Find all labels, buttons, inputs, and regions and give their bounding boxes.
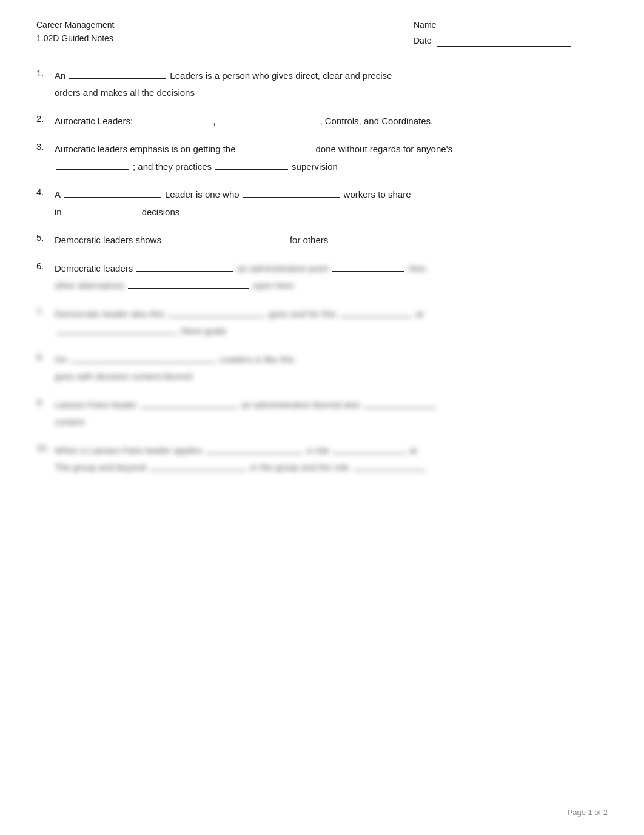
date-blank[interactable]: [437, 36, 571, 47]
q10-blurred-text3: at: [409, 442, 417, 460]
q3-blank1[interactable]: [240, 141, 312, 152]
q6-line2: other alternatives open here: [55, 277, 608, 295]
q7-blurred-text2: goes and for this: [269, 306, 336, 323]
q4-text-a: A: [55, 186, 61, 204]
page-header: Career Management 1.02D Guided Notes Nam…: [36, 18, 608, 50]
q4-text-decisions: decisions: [142, 204, 180, 221]
q10-line1: When a Laissez-Faire leader applies a ro…: [55, 442, 608, 460]
question-8: 8. On Leaders is like this goes with dec…: [36, 351, 608, 386]
date-label: Date: [414, 34, 432, 47]
q3-blank2[interactable]: [56, 159, 129, 170]
q7-number: 7.: [36, 306, 55, 317]
q10-blurred-text4: The group and beyond: [55, 459, 146, 477]
page-number: Page 1 of 2: [568, 808, 608, 817]
q2-blank2[interactable]: [219, 113, 316, 124]
q4-blank3[interactable]: [65, 204, 138, 215]
q1-text-rest: Leaders is a person who gives direct, cl…: [170, 67, 392, 85]
q4-text-in: in: [55, 204, 62, 221]
q3-text-supervision: supervision: [292, 158, 338, 176]
q9-blank2[interactable]: [364, 397, 437, 408]
q6-text-democratic: Democratic leaders: [55, 260, 133, 278]
q4-number: 4.: [36, 186, 55, 197]
q2-number: 2.: [36, 113, 55, 124]
date-line: Date: [414, 34, 608, 47]
q5-number: 5.: [36, 232, 55, 243]
question-10: 10. When a Laissez-Faire leader applies …: [36, 442, 608, 477]
q10-number: 10.: [36, 442, 55, 453]
q5-content: Democratic leaders shows for others: [55, 232, 608, 249]
name-blank[interactable]: [441, 19, 575, 30]
q8-blurred-text1: On: [55, 351, 67, 369]
q8-line1: On Leaders is like this: [55, 351, 608, 369]
q2-text-end: , Controls, and Coordinates.: [320, 113, 433, 130]
q7-blank2[interactable]: [340, 306, 412, 317]
q4-content: A Leader is one who workers to share in …: [55, 186, 608, 221]
q6-blurred-3: other alternatives: [55, 277, 124, 295]
q10-blank1[interactable]: [206, 443, 303, 454]
q1-line2: orders and makes all the decisions: [55, 84, 608, 102]
q10-blank4[interactable]: [353, 460, 426, 471]
q10-content: When a Laissez-Faire leader applies a ro…: [55, 442, 608, 477]
q10-blurred-text5: in the group and the role: [250, 459, 349, 477]
name-label: Name: [414, 18, 436, 32]
q3-text-part3: ; and they practices: [133, 158, 212, 176]
q9-line1: Laissez-Faire leader an administrative b…: [55, 397, 608, 414]
header-left: Career Management 1.02D Guided Notes: [36, 18, 114, 50]
question-4: 4. A Leader is one who workers to share …: [36, 186, 608, 221]
q10-line2: The group and beyond in the group and th…: [55, 459, 608, 477]
q3-number: 3.: [36, 141, 55, 152]
q5-blank1[interactable]: [165, 232, 286, 243]
q8-content: On Leaders is like this goes with decisi…: [55, 351, 608, 386]
q10-blurred-text2: a role: [306, 442, 329, 460]
q5-line1: Democratic leaders shows for others: [55, 232, 608, 249]
q3-line2: ; and they practices supervision: [55, 158, 608, 176]
q4-line2: in decisions: [55, 204, 608, 221]
q2-text-autocratic: Autocratic Leaders:: [55, 113, 133, 130]
q8-line2: goes with decision content blurred: [55, 368, 608, 386]
q7-blurred-text4: More goals: [181, 323, 226, 340]
q6-blank1[interactable]: [136, 261, 233, 272]
q1-number: 1.: [36, 67, 55, 78]
q3-blank3[interactable]: [215, 159, 288, 170]
q9-blurred-text2: an administrative blurred also: [241, 397, 360, 414]
q4-blank1[interactable]: [64, 187, 161, 198]
q4-text-leader: Leader is one who: [165, 186, 240, 204]
questions-list: 1. An Leaders is a person who gives dire…: [36, 67, 608, 477]
course-title: Career Management: [36, 18, 114, 32]
q9-blurred-text3: content: [55, 414, 84, 431]
q7-blurred-text3: at: [416, 306, 424, 323]
q9-blurred-text1: Laissez-Faire leader: [55, 397, 137, 414]
q2-comma: ,: [213, 113, 215, 130]
q10-blank2[interactable]: [333, 443, 406, 454]
q7-line2: More goals: [55, 323, 608, 340]
q3-text-part2: done without regards for anyone's: [316, 141, 453, 158]
q7-blank1[interactable]: [168, 306, 265, 317]
q4-blank2[interactable]: [243, 187, 340, 198]
q4-line1: A Leader is one who workers to share: [55, 186, 608, 204]
q1-content: An Leaders is a person who gives direct,…: [55, 67, 608, 102]
q3-text-part1: Autocratic leaders emphasis is on gettin…: [55, 141, 236, 158]
q8-blurred-text3: goes with decision content blurred: [55, 368, 192, 386]
q1-text-an: An: [55, 67, 65, 85]
q6-blurred-4: open here: [253, 277, 294, 295]
document-title: 1.02D Guided Notes: [36, 32, 114, 45]
q9-blank1[interactable]: [141, 397, 238, 408]
q5-text-end: for others: [290, 232, 328, 249]
name-line: Name: [414, 18, 608, 32]
q8-blurred-text2: Leaders is like this: [220, 351, 294, 369]
q6-blank3[interactable]: [128, 278, 249, 289]
q2-content: Autocratic Leaders: , , Controls, and Co…: [55, 113, 608, 130]
q10-blank3[interactable]: [150, 460, 247, 471]
q6-blank2[interactable]: [332, 261, 404, 272]
q6-blurred-1: an administrative point: [237, 260, 328, 278]
q7-blank3[interactable]: [56, 323, 178, 334]
q4-text-workers: workers to share: [344, 186, 411, 204]
q8-number: 8.: [36, 351, 55, 362]
q3-line1: Autocratic leaders emphasis is on gettin…: [55, 141, 608, 158]
q8-blank1[interactable]: [70, 352, 216, 363]
q2-blank1[interactable]: [136, 113, 209, 124]
q9-content: Laissez-Faire leader an administrative b…: [55, 397, 608, 431]
q6-line1: Democratic leaders an administrative poi…: [55, 260, 608, 278]
q1-blank1[interactable]: [69, 68, 166, 79]
header-right: Name Date: [414, 18, 608, 50]
